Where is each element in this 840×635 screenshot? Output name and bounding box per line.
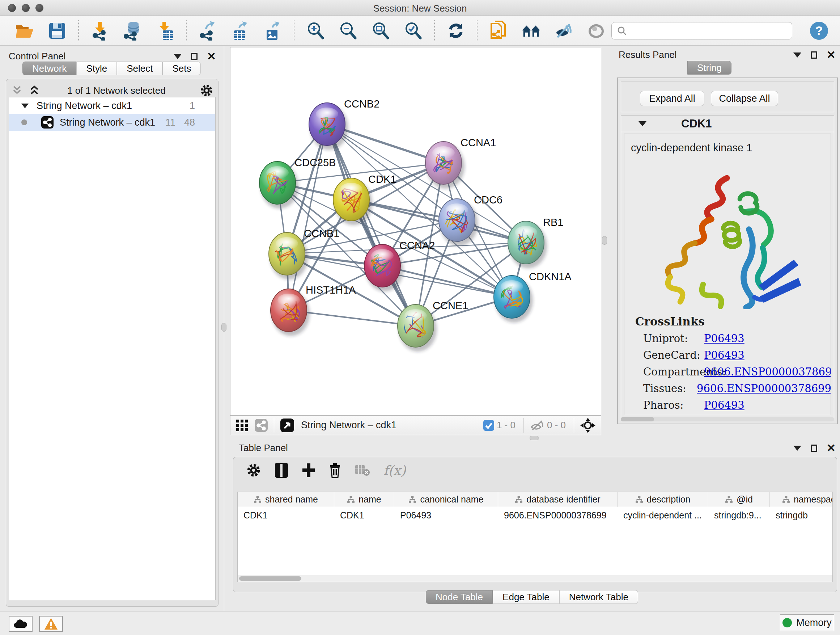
help-icon[interactable]: ?	[809, 21, 829, 41]
node-label-CCNA1: CCNA1	[461, 137, 496, 149]
tab-string[interactable]: String	[687, 61, 731, 74]
import-network-database-icon[interactable]	[122, 21, 142, 41]
network-options-gear-icon[interactable]	[200, 84, 213, 97]
column-header--id[interactable]: @id	[708, 492, 770, 507]
table-options-gear-icon[interactable]	[246, 463, 261, 478]
column-header-database-identifier[interactable]: database identifier	[498, 492, 617, 507]
node-label-CDK1: CDK1	[368, 173, 396, 185]
network-node-HIST1H1A[interactable]	[271, 289, 309, 336]
protein-expander-icon[interactable]	[638, 121, 646, 126]
compartments-link[interactable]: 9606.ENSP00000378699	[704, 366, 831, 378]
genecard-link[interactable]: P06493	[704, 349, 745, 361]
export-table-icon[interactable]	[230, 21, 250, 41]
vertical-splitter-grip-right[interactable]	[602, 236, 607, 245]
collection-expander-icon[interactable]	[21, 103, 28, 108]
cloud-status-button[interactable]	[9, 616, 33, 632]
network-node-CCNB1[interactable]	[269, 233, 308, 279]
float-panel-icon[interactable]	[191, 53, 197, 60]
zoom-fit-icon[interactable]	[370, 21, 391, 41]
column-header-shared-name[interactable]: shared name	[238, 492, 334, 507]
share-session-file-icon[interactable]	[488, 21, 508, 41]
results-scrollbar[interactable]	[621, 417, 834, 421]
tab-edge-table[interactable]: Edge Table	[493, 590, 559, 604]
warnings-button[interactable]	[39, 616, 63, 632]
table-cell[interactable]: P06493	[394, 507, 498, 523]
table-cell[interactable]: stringdb	[770, 507, 833, 523]
birds-eye-view-icon[interactable]	[280, 418, 294, 432]
table-cell[interactable]: cyclin-dependent ...	[617, 507, 708, 523]
selected-checkbox-icon[interactable]	[483, 420, 494, 431]
node-label-RB1: RB1	[543, 217, 563, 228]
search-input[interactable]	[627, 25, 787, 36]
network-node-CCNB2[interactable]	[309, 103, 348, 150]
network-node-CDC25B[interactable]	[259, 162, 298, 209]
network-node-RB1[interactable]	[508, 221, 547, 268]
network-row[interactable]: String Network – cdk1 11 48	[9, 114, 215, 131]
expand-all-networks-icon[interactable]	[11, 85, 23, 96]
table-cell[interactable]: 9606.ENSP00000378699	[498, 507, 617, 523]
zoom-selected-icon[interactable]	[403, 21, 423, 41]
column-header-namespace[interactable]: namespace	[770, 492, 833, 507]
memory-status-dot-icon	[783, 618, 792, 627]
delete-column-icon[interactable]	[328, 462, 341, 478]
search-box[interactable]	[611, 22, 792, 40]
column-header-description[interactable]: description	[617, 492, 708, 507]
tab-node-table[interactable]: Node Table	[426, 590, 493, 604]
tab-select[interactable]: Select	[117, 62, 163, 75]
network-node-CDKN1A[interactable]	[494, 276, 533, 323]
vertical-splitter-grip[interactable]	[221, 323, 226, 332]
tab-sets[interactable]: Sets	[163, 62, 201, 75]
column-header-canonical-name[interactable]: canonical name	[394, 492, 498, 507]
pharos-link[interactable]: P06493	[704, 399, 745, 411]
tab-network[interactable]: Network	[22, 62, 76, 75]
collapse-table-panel-icon[interactable]	[793, 446, 801, 451]
table-row[interactable]: CDK1CDK1P064939606.ENSP00000378699cyclin…	[238, 507, 832, 523]
zoom-in-icon[interactable]	[305, 21, 325, 41]
add-column-icon[interactable]	[302, 463, 316, 478]
refresh-network-icon[interactable]	[446, 21, 466, 41]
close-results-panel-icon[interactable]: ✕	[827, 51, 836, 59]
table-cell[interactable]: CDK1	[334, 507, 394, 523]
network-node-CDC6[interactable]	[439, 199, 478, 246]
svg-text:?: ?	[815, 24, 823, 37]
column-header-name[interactable]: name	[334, 492, 394, 507]
close-table-panel-icon[interactable]: ✕	[827, 445, 836, 452]
tissues-link[interactable]: 9606.ENSP00000378699	[697, 382, 831, 394]
protein-section-header[interactable]: CDK1	[621, 116, 834, 132]
memory-button[interactable]: Memory	[780, 614, 834, 631]
collapse-all-button[interactable]: Collapse All	[711, 91, 778, 106]
zoom-out-icon[interactable]	[338, 21, 358, 41]
network-node-CCNA2[interactable]	[364, 244, 403, 291]
float-results-panel-icon[interactable]	[811, 51, 817, 59]
show-columns-icon[interactable]	[274, 462, 289, 478]
pan-crosshair-icon[interactable]	[580, 417, 596, 433]
show-panel-eye-icon[interactable]	[586, 21, 606, 41]
uniprot-link[interactable]: P06493	[704, 333, 745, 345]
export-network-icon[interactable]	[197, 21, 218, 41]
import-network-file-icon[interactable]	[90, 21, 110, 41]
collapse-panel-icon[interactable]	[174, 54, 182, 59]
float-table-panel-icon[interactable]	[811, 445, 817, 452]
expand-all-button[interactable]: Expand All	[640, 91, 704, 106]
close-panel-icon[interactable]: ✕	[207, 53, 216, 60]
import-table-file-icon[interactable]	[155, 21, 175, 41]
export-image-icon[interactable]	[263, 21, 283, 41]
network-node-CCNA1[interactable]	[425, 141, 464, 188]
network-canvas[interactable]: CCNB2CCNA1CDC25BCDK1CDC6RB1CCNB1CCNA2CDK…	[230, 47, 601, 416]
collapse-results-panel-icon[interactable]	[793, 52, 801, 57]
network-node-CDK1[interactable]	[333, 178, 372, 225]
hide-panel-eye-icon[interactable]	[554, 21, 574, 41]
open-session-icon[interactable]	[14, 21, 35, 41]
network-share-icon[interactable]	[254, 418, 268, 432]
network-node-CCNE1[interactable]	[398, 304, 437, 352]
home-networks-icon[interactable]	[521, 21, 541, 41]
collapse-all-networks-icon[interactable]	[28, 85, 41, 96]
grid-view-icon[interactable]	[235, 419, 248, 432]
tab-network-table[interactable]: Network Table	[559, 590, 638, 604]
table-cell[interactable]: CDK1	[238, 507, 334, 523]
tab-style[interactable]: Style	[76, 62, 117, 75]
network-collection-row[interactable]: String Network – cdk1 1	[9, 97, 215, 114]
table-horizontal-scrollbar[interactable]	[238, 575, 832, 582]
table-cell[interactable]: stringdb:9...	[708, 507, 770, 523]
save-session-icon[interactable]	[47, 21, 67, 41]
